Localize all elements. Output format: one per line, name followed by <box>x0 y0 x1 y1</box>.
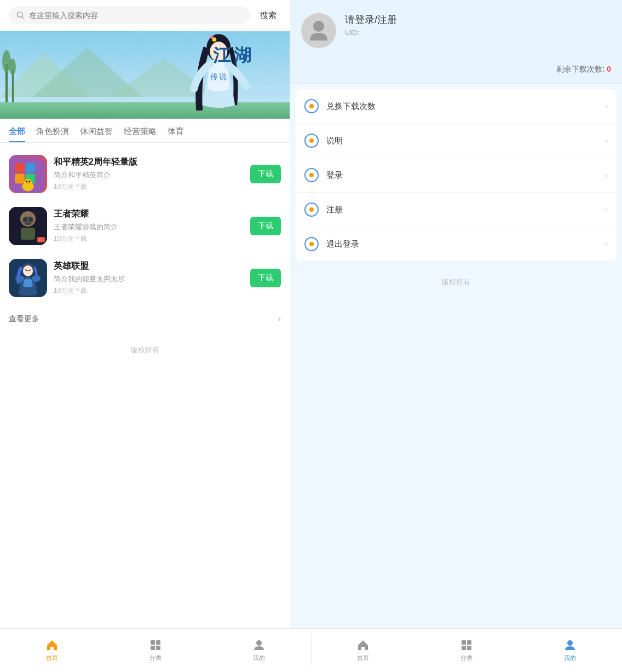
svg-rect-50 <box>467 640 471 645</box>
menu-item-info[interactable]: 说明 › <box>296 124 617 158</box>
nav-label-home-left: 首页 <box>46 654 58 662</box>
game-downloads-3: 10万次下载 <box>54 286 244 296</box>
svg-rect-52 <box>467 646 471 650</box>
game-item-1[interactable]: 和平精英2周年轻量版 简介和平精英简介 10万次下载 下载 <box>9 148 281 200</box>
game-item-3[interactable]: 英雄联盟 简介我的能量无穷无尽 10万次下载 下载 <box>9 252 281 304</box>
home-icon-left <box>45 639 59 652</box>
game-desc-1: 简介和平精英简介 <box>54 170 244 180</box>
svg-point-53 <box>567 640 573 646</box>
svg-point-48 <box>256 640 262 646</box>
menu-icon-register <box>304 202 319 217</box>
downloads-label: 剩余下载次数: <box>556 65 604 73</box>
menu-chevron-login: › <box>605 170 608 180</box>
nav-label-mine-left: 我的 <box>253 654 265 662</box>
menu-item-register[interactable]: 注册 › <box>296 193 617 227</box>
svg-rect-46 <box>151 646 155 650</box>
login-register-text[interactable]: 请登录/注册 <box>345 13 611 26</box>
tab-sports[interactable]: 体育 <box>168 119 184 142</box>
search-input-wrapper <box>9 7 250 24</box>
menu-chevron-exchange: › <box>605 101 608 111</box>
nav-label-category-left: 分类 <box>149 654 162 662</box>
nav-category-left[interactable]: 分类 <box>103 629 207 672</box>
menu-label-info: 说明 <box>326 136 597 146</box>
category-icon-right <box>460 639 473 652</box>
mine-icon-right <box>563 639 577 652</box>
menu-icon-login <box>304 168 319 182</box>
game-icon-1 <box>9 155 47 193</box>
nav-home-right[interactable]: 首页 <box>312 629 415 672</box>
tab-casual[interactable]: 休闲益智 <box>80 119 113 142</box>
search-input[interactable] <box>29 11 243 20</box>
right-panel: 请登录/注册 UID: 剩余下载次数: 0 兑换下载次数 › 说明 <box>290 0 622 628</box>
nav-home-left[interactable]: 首页 <box>0 629 103 672</box>
menu-label-register: 注册 <box>326 205 597 215</box>
copyright-right: 版权所有 <box>290 267 622 298</box>
menu-section: 兑换下载次数 › 说明 › 登录 › 注册 <box>296 89 617 261</box>
nav-label-category-right: 分类 <box>460 654 473 662</box>
search-icon <box>16 11 25 20</box>
game-desc-2: 王者荣耀游戏的简介 <box>54 222 244 232</box>
svg-line-1 <box>22 16 24 18</box>
left-nav: 首页 分类 我的 <box>0 629 311 672</box>
view-more-text: 查看更多 <box>9 314 39 324</box>
svg-rect-44 <box>151 640 155 645</box>
download-btn-3[interactable]: 下载 <box>250 269 281 287</box>
category-icon-left <box>149 639 162 652</box>
svg-point-25 <box>28 181 31 183</box>
profile-section: 请登录/注册 UID: <box>290 0 622 59</box>
game-title-1: 和平精英2周年轻量版 <box>54 157 244 168</box>
menu-label-logout: 退出登录 <box>326 239 597 250</box>
avatar-icon <box>309 20 329 42</box>
game-downloads-1: 10万次下载 <box>54 182 244 192</box>
download-btn-1[interactable]: 下载 <box>250 165 281 183</box>
svg-rect-19 <box>26 163 36 173</box>
menu-item-logout[interactable]: 退出登录 › <box>296 227 617 261</box>
svg-point-30 <box>23 217 27 222</box>
svg-point-24 <box>26 181 28 183</box>
nav-mine-left[interactable]: 我的 <box>207 629 310 672</box>
svg-text:传说: 传说 <box>210 73 228 81</box>
game-desc-3: 简介我的能量无穷无尽 <box>54 274 244 284</box>
copyright-left: 版权所有 <box>0 334 290 366</box>
game-downloads-2: 10万次下载 <box>54 234 244 244</box>
game-icon-3 <box>9 259 47 297</box>
game-title-2: 王者荣耀 <box>54 208 244 220</box>
game-info-1: 和平精英2周年轻量版 简介和平精英简介 10万次下载 <box>54 157 244 192</box>
nav-mine-right[interactable]: 我的 <box>519 629 622 672</box>
svg-rect-20 <box>15 174 25 184</box>
tab-all[interactable]: 全部 <box>9 119 25 142</box>
menu-item-exchange[interactable]: 兑换下载次数 › <box>296 89 617 124</box>
banner[interactable]: 江湖 传说 <box>0 31 290 119</box>
search-bar: 搜索 <box>0 0 290 31</box>
game-info-2: 王者荣耀 王者荣耀游戏的简介 10万次下载 <box>54 208 244 244</box>
view-more-chevron: › <box>278 313 281 325</box>
search-button[interactable]: 搜索 <box>256 8 281 23</box>
bottom-nav: 首页 分类 我的 首页 <box>0 628 622 672</box>
nav-label-home-right: 首页 <box>357 654 369 662</box>
svg-point-43 <box>313 21 324 32</box>
game-info-3: 英雄联盟 简介我的能量无穷无尽 10万次下载 <box>54 260 244 296</box>
nav-category-right[interactable]: 分类 <box>415 629 519 672</box>
menu-chevron-register: › <box>605 205 608 215</box>
svg-rect-33 <box>21 228 35 240</box>
tab-strategy[interactable]: 经营策略 <box>124 119 157 142</box>
right-nav: 首页 分类 我的 <box>312 629 623 672</box>
menu-chevron-info: › <box>605 136 608 146</box>
svg-rect-6 <box>0 102 290 119</box>
download-btn-2[interactable]: 下载 <box>250 217 281 235</box>
game-item-2[interactable]: G 王者荣耀 王者荣耀游戏的简介 10万次下载 下载 <box>9 200 281 252</box>
view-more[interactable]: 查看更多 › <box>9 304 281 329</box>
menu-chevron-logout: › <box>605 239 608 249</box>
avatar <box>301 13 336 48</box>
menu-item-login[interactable]: 登录 › <box>296 158 617 193</box>
menu-icon-info <box>304 134 319 148</box>
svg-rect-51 <box>462 646 466 650</box>
svg-point-42 <box>32 275 41 282</box>
svg-point-10 <box>9 59 16 75</box>
tab-rpg[interactable]: 角色扮演 <box>36 119 69 142</box>
game-title-3: 英雄联盟 <box>54 260 244 272</box>
left-panel: 搜索 <box>0 0 290 628</box>
svg-point-41 <box>15 275 24 282</box>
banner-svg: 江湖 传说 <box>0 31 290 119</box>
svg-rect-45 <box>156 640 160 645</box>
